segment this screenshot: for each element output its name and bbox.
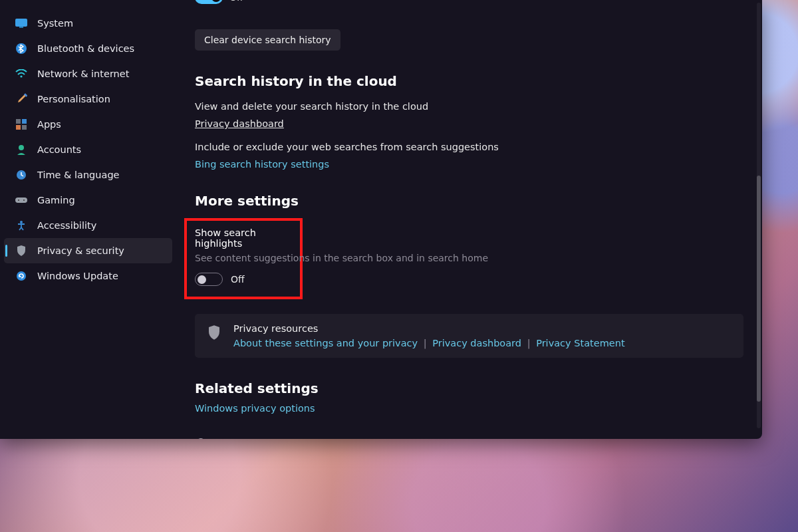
highlight-title: Show search highlights (195, 227, 292, 249)
help-icon: ? (195, 438, 207, 439)
annotation-highlight: Show search highlights See content sugge… (184, 218, 303, 299)
svg-point-9 (19, 145, 24, 150)
highlight-sub: See content suggestions in the search bo… (195, 253, 292, 263)
svg-point-15 (17, 271, 26, 281)
svg-point-14 (20, 221, 23, 223)
svg-rect-1 (19, 27, 23, 28)
svg-rect-6 (22, 119, 27, 124)
sidebar: System Bluetooth & devices Network & int… (0, 0, 176, 439)
sidebar-item-system[interactable]: System (0, 11, 176, 36)
svg-point-3 (20, 75, 22, 77)
svg-point-12 (18, 200, 19, 201)
accessibility-icon (15, 219, 28, 232)
bluetooth-icon (15, 42, 28, 55)
apps-icon (15, 118, 28, 131)
toggle-state-label: Off (229, 0, 243, 3)
about-settings-link[interactable]: About these settings and your privacy (233, 338, 418, 348)
separator: | (527, 338, 531, 348)
paintbrush-icon (15, 92, 28, 106)
sidebar-item-personalisation[interactable]: Personalisation (0, 86, 176, 112)
privacy-dashboard-link-2[interactable]: Privacy dashboard (432, 338, 521, 348)
svg-rect-11 (15, 198, 27, 203)
partial-top-setting: Off Privacy dashboard (195, 0, 743, 12)
privacy-resources-card: Privacy resources About these settings a… (195, 314, 743, 358)
cloud-desc: View and delete your search history in t… (195, 101, 743, 112)
wifi-icon (15, 67, 28, 80)
sidebar-item-label: Accessibility (37, 220, 96, 231)
settings-window: System Bluetooth & devices Network & int… (0, 0, 762, 439)
shield-icon (15, 244, 28, 257)
sidebar-item-gaming[interactable]: Gaming (0, 188, 176, 213)
sidebar-item-label: Personalisation (37, 94, 110, 104)
sidebar-item-label: Gaming (37, 195, 75, 205)
svg-rect-5 (16, 119, 21, 124)
clear-history-button[interactable]: Clear device search history (195, 29, 340, 51)
windows-privacy-options-link[interactable]: Windows privacy options (195, 403, 315, 414)
cloud-heading: Search history in the cloud (195, 73, 743, 89)
separator: | (424, 338, 427, 348)
svg-point-13 (23, 200, 25, 201)
sidebar-item-label: Time & language (37, 170, 120, 180)
privacy-dashboard-link[interactable]: Privacy dashboard (195, 118, 284, 129)
svg-rect-8 (22, 125, 27, 130)
scrollbar-thumb[interactable] (757, 176, 761, 402)
card-title: Privacy resources (233, 323, 625, 334)
content-area: Off Privacy dashboard Clear device searc… (176, 0, 762, 439)
get-help-row[interactable]: ? Get help (195, 438, 743, 439)
person-icon (15, 143, 28, 156)
bing-history-link[interactable]: Bing search history settings (195, 159, 329, 170)
privacy-statement-link[interactable]: Privacy Statement (536, 338, 624, 348)
toggle-state-label: Off (231, 274, 245, 285)
sidebar-item-update[interactable]: Windows Update (0, 263, 176, 289)
sidebar-item-label: Privacy & security (37, 245, 124, 256)
display-icon (15, 17, 28, 30)
related-heading: Related settings (195, 380, 743, 396)
sidebar-item-label: Accounts (37, 144, 81, 155)
sidebar-item-apps[interactable]: Apps (0, 112, 176, 137)
sidebar-item-accessibility[interactable]: Accessibility (0, 213, 176, 238)
sidebar-item-label: System (37, 18, 73, 29)
sidebar-item-bluetooth[interactable]: Bluetooth & devices (0, 36, 176, 61)
sidebar-item-label: Bluetooth & devices (37, 43, 134, 54)
scrollbar[interactable] (757, 3, 761, 428)
sidebar-item-accounts[interactable]: Accounts (0, 137, 176, 162)
svg-rect-7 (16, 125, 21, 130)
shield-icon (207, 325, 221, 339)
sidebar-item-label: Apps (37, 119, 61, 130)
include-desc: Include or exclude your web searches fro… (195, 142, 743, 152)
search-highlights-toggle[interactable] (195, 273, 223, 286)
more-settings-heading: More settings (195, 193, 743, 209)
gamepad-icon (15, 194, 28, 207)
toggle-on-partial[interactable] (195, 0, 223, 4)
sidebar-item-label: Windows Update (37, 271, 118, 281)
sidebar-item-network[interactable]: Network & internet (0, 61, 176, 86)
sidebar-item-time[interactable]: Time & language (0, 162, 176, 188)
sidebar-item-label: Network & internet (37, 68, 129, 79)
sidebar-item-privacy[interactable]: Privacy & security (4, 238, 172, 263)
update-icon (15, 269, 28, 283)
clock-icon (15, 168, 28, 182)
svg-rect-0 (15, 19, 27, 27)
